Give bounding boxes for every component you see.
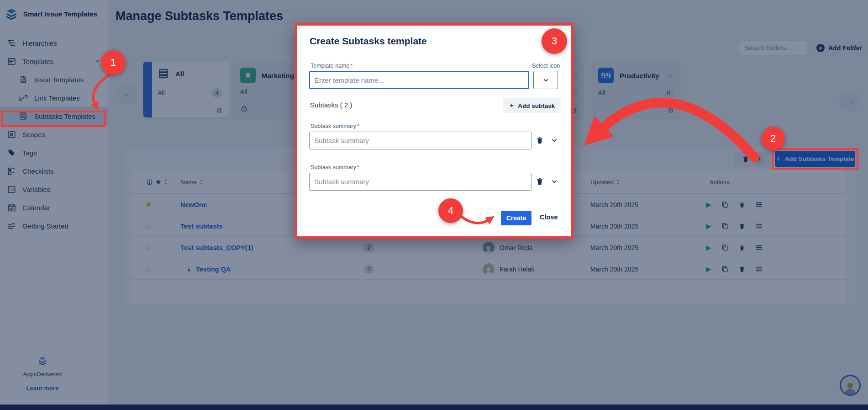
delete-subtask-icon[interactable] bbox=[535, 177, 544, 188]
subtask-summary-label: Subtask summary* bbox=[310, 123, 359, 129]
subtask-summary-label: Subtask summary* bbox=[310, 164, 359, 170]
add-subtask-button[interactable]: + Add subtask bbox=[503, 98, 561, 113]
delete-subtask-icon[interactable] bbox=[535, 136, 544, 147]
chevron-down-icon bbox=[542, 77, 549, 84]
app-root: Smart Issue Templates Hierarchies Templa… bbox=[0, 0, 868, 410]
annotation-step-1: 1 bbox=[101, 50, 126, 75]
create-subtasks-template-modal: Create Subtasks template Template name* … bbox=[295, 23, 573, 239]
create-button[interactable]: Create bbox=[501, 211, 531, 225]
annotation-box-subtasks-templates bbox=[1, 111, 106, 127]
annotation-step-3: 3 bbox=[542, 28, 567, 54]
close-button[interactable]: Close bbox=[540, 213, 558, 221]
template-name-label: Template name* bbox=[310, 63, 352, 69]
expand-subtask-icon[interactable] bbox=[551, 137, 558, 146]
annotation-box-add-template-button bbox=[772, 148, 858, 170]
required-marker: * bbox=[357, 164, 359, 170]
template-name-input[interactable] bbox=[309, 71, 529, 89]
annotation-step-2: 2 bbox=[761, 127, 785, 150]
annotation-step-4: 4 bbox=[438, 198, 463, 223]
select-icon-dropdown[interactable] bbox=[533, 71, 558, 89]
subtask-summary-input-2[interactable] bbox=[309, 173, 531, 191]
select-icon-label: Select icon bbox=[532, 63, 560, 69]
subtask-summary-input-1[interactable] bbox=[309, 132, 531, 149]
expand-subtask-icon[interactable] bbox=[551, 178, 558, 187]
subtasks-count-label: Subtasks ( 2 ) bbox=[310, 101, 352, 109]
required-marker: * bbox=[357, 123, 359, 129]
plus-icon: + bbox=[510, 101, 514, 110]
modal-title: Create Subtasks template bbox=[310, 36, 427, 47]
required-marker: * bbox=[350, 63, 352, 69]
